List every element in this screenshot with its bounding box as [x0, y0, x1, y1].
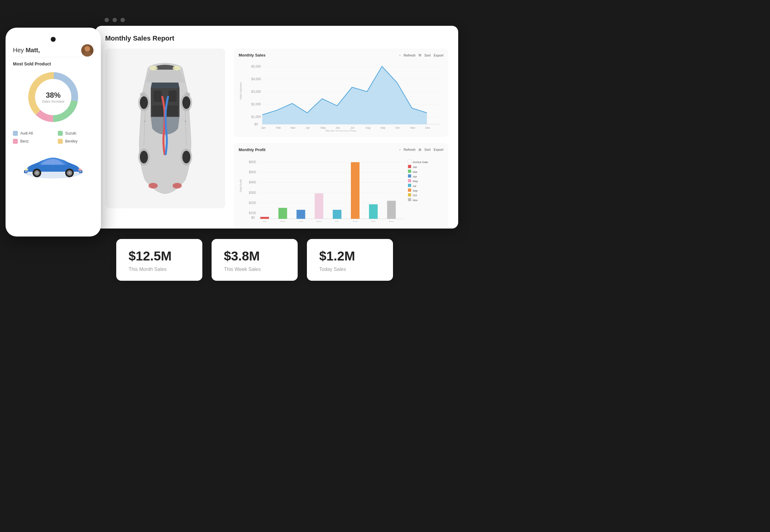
- svg-text:May: May: [317, 220, 322, 222]
- svg-text:Sep: Sep: [353, 220, 358, 222]
- svg-text:Oct: Oct: [395, 126, 400, 129]
- svg-text:$3,000: $3,000: [251, 90, 261, 93]
- svg-text:Total Payment: Total Payment: [239, 82, 242, 100]
- legend-item-2: Benz: [13, 139, 49, 144]
- stat-value-1: $3.8M: [224, 249, 285, 264]
- svg-text:$300: $300: [249, 191, 256, 194]
- svg-text:$200: $200: [249, 201, 256, 204]
- bar-apr: [297, 210, 305, 219]
- grid-icon-2: ⊞: [418, 148, 421, 152]
- svg-text:Mar: Mar: [413, 170, 417, 173]
- svg-text:$5,000: $5,000: [251, 65, 261, 68]
- car-top-view-svg: [122, 58, 208, 199]
- stat-label-1: This Week Sales: [224, 267, 285, 272]
- svg-text:Sep: Sep: [380, 126, 385, 129]
- stat-label-0: This Month Sales: [128, 267, 190, 272]
- svg-point-35: [182, 96, 190, 109]
- bar-jul: [333, 210, 341, 219]
- svg-text:May: May: [413, 180, 418, 183]
- export-btn[interactable]: Export: [434, 53, 443, 57]
- svg-text:$100: $100: [249, 211, 256, 215]
- bar-nov: [387, 201, 396, 219]
- stat-label-2: Today Sales: [319, 267, 381, 272]
- bar-mar: [278, 208, 287, 219]
- svg-text:Oct: Oct: [413, 194, 417, 197]
- svg-point-20: [172, 183, 182, 189]
- svg-point-37: [182, 151, 190, 163]
- bar-sep: [351, 162, 359, 219]
- car-main-image: [105, 49, 225, 208]
- legend-label-2: Benz: [20, 139, 29, 143]
- refresh-btn[interactable]: Refresh: [403, 53, 415, 57]
- svg-rect-99: [408, 188, 411, 191]
- bar-oct: [369, 204, 378, 219]
- avatar: [81, 44, 93, 57]
- legend-item-1: Suzuki: [58, 131, 93, 136]
- svg-text:Jun: Jun: [336, 126, 340, 129]
- svg-text:$2,000: $2,000: [251, 103, 261, 106]
- charts-column: Monthly Sales › Refresh ⊞ Sort Export $5…: [234, 49, 448, 227]
- legend-label-1: Suzuki: [65, 131, 76, 135]
- svg-point-19: [148, 183, 158, 189]
- svg-text:Jan: Jan: [261, 126, 265, 129]
- svg-rect-87: [408, 160, 411, 163]
- monthly-sales-card: Monthly Sales › Refresh ⊞ Sort Export $5…: [234, 49, 448, 137]
- svg-point-17: [150, 66, 158, 71]
- svg-text:Month of Invoice Date: Month of Invoice Date: [326, 130, 356, 131]
- legend-color-1: [58, 131, 63, 136]
- refresh-btn-2[interactable]: Refresh: [403, 148, 415, 151]
- svg-text:Aug: Aug: [365, 126, 370, 129]
- monthly-profit-svg: $600 $500 $400 $300 $200 $100 $0 Total P…: [239, 155, 443, 222]
- dot-1: [104, 18, 109, 22]
- svg-rect-103: [408, 198, 411, 201]
- monthly-profit-title: Monthly Profit: [239, 147, 265, 152]
- svg-point-18: [172, 66, 180, 71]
- svg-point-11: [36, 172, 38, 174]
- svg-text:Jul: Jul: [413, 184, 416, 187]
- svg-rect-91: [408, 170, 411, 173]
- legend-label-3: Bentley: [65, 139, 77, 143]
- monthly-profit-header: Monthly Profit › Refresh ⊞ Sort Export: [239, 147, 443, 152]
- svg-text:$0: $0: [251, 216, 255, 219]
- legend-color-3: [58, 139, 63, 144]
- nav-dots: [104, 18, 125, 22]
- svg-text:$4,000: $4,000: [251, 77, 261, 81]
- phone-car-image: [13, 149, 93, 179]
- refresh-icon: ›: [399, 53, 401, 57]
- svg-text:$1,000: $1,000: [251, 115, 261, 119]
- svg-rect-89: [408, 165, 411, 168]
- dashboard-content: Monthly Sales › Refresh ⊞ Sort Export $5…: [105, 49, 448, 227]
- dashboard-panel: Monthly Sales Report: [95, 26, 458, 229]
- export-btn-2[interactable]: Export: [434, 148, 443, 151]
- dot-3: [120, 18, 125, 22]
- phone-mockup: Hey Matt, Most Sold Product 38% Sales In…: [6, 28, 101, 237]
- stat-card-1: $3.8M This Week Sales: [212, 239, 298, 281]
- donut-chart: 38% Sales Increase: [26, 69, 81, 125]
- donut-label: Sales Increase: [42, 100, 65, 103]
- sort-btn-2[interactable]: Sort: [424, 148, 430, 151]
- svg-text:Mar: Mar: [291, 126, 295, 129]
- svg-text:Apr: Apr: [299, 220, 303, 222]
- svg-text:$500: $500: [249, 170, 256, 174]
- legend-grid: Audi A6 Suzuki Benz Bentley: [13, 131, 93, 144]
- legend-color-2: [13, 139, 18, 144]
- monthly-profit-card: Monthly Profit › Refresh ⊞ Sort Export $…: [234, 143, 448, 228]
- donut-center: 38% Sales Increase: [42, 91, 65, 103]
- svg-text:$0: $0: [254, 123, 258, 126]
- svg-rect-95: [408, 179, 411, 182]
- svg-rect-97: [408, 184, 411, 187]
- sort-btn[interactable]: Sort: [424, 53, 430, 57]
- phone-camera: [51, 37, 56, 42]
- monthly-sales-header: Monthly Sales › Refresh ⊞ Sort Export: [239, 53, 443, 57]
- svg-text:Sep: Sep: [413, 189, 418, 192]
- legend-label-0: Audi A6: [20, 131, 33, 135]
- svg-point-1: [83, 51, 91, 57]
- report-title: Monthly Sales Report: [105, 34, 448, 42]
- svg-text:Jan: Jan: [413, 166, 417, 169]
- svg-text:$600: $600: [249, 160, 256, 163]
- svg-text:Apr: Apr: [306, 126, 310, 129]
- stat-cards: $12.5M This Month Sales $3.8M This Week …: [116, 239, 393, 281]
- dot-2: [112, 18, 117, 22]
- svg-point-16: [78, 168, 82, 171]
- svg-point-14: [68, 172, 71, 174]
